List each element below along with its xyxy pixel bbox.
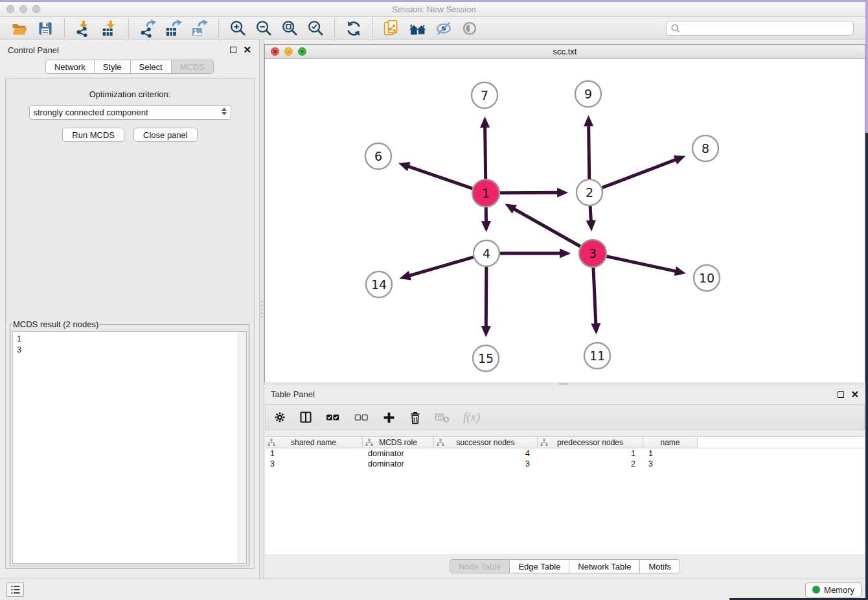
mcds-result-box: MCDS result (2 nodes) 1 3 <box>10 319 249 566</box>
graph-edge-4-14[interactable] <box>409 257 474 276</box>
graph-node-1[interactable]: 1 <box>472 179 499 207</box>
save-session-icon[interactable] <box>34 19 56 38</box>
show-all-icon[interactable] <box>459 19 481 38</box>
graph-node-9[interactable]: 9 <box>575 81 601 107</box>
tab-mcds[interactable]: MCDS <box>172 60 214 74</box>
network-maximize-button[interactable]: + <box>298 47 306 56</box>
column-header-successor-nodes[interactable]: successor nodes <box>434 437 538 448</box>
tree-icon <box>365 439 373 446</box>
table-options-icon[interactable] <box>273 411 286 424</box>
graph-node-3[interactable]: 3 <box>579 240 606 267</box>
zoom-fit-icon[interactable] <box>279 19 301 38</box>
zoom-out-icon[interactable] <box>253 19 275 38</box>
network-close-button[interactable]: ✕ <box>271 47 279 56</box>
graph-node-label: 1 <box>482 186 490 200</box>
graph-edge-3-1[interactable] <box>514 209 580 247</box>
splitter-grip[interactable] <box>260 301 263 317</box>
graph-node-15[interactable]: 15 <box>473 345 499 371</box>
graph-node-8[interactable]: 8 <box>692 135 718 161</box>
table-cell[interactable]: 1 <box>538 448 643 459</box>
function-builder-icon[interactable]: f(x) <box>463 410 480 424</box>
graph-node-2[interactable]: 2 <box>577 179 602 205</box>
export-network-icon[interactable] <box>137 19 159 38</box>
search-input[interactable] <box>681 23 849 34</box>
search-icon <box>670 23 681 34</box>
delete-columns-icon[interactable] <box>409 411 422 424</box>
close-panel-icon[interactable]: ✕ <box>243 47 251 53</box>
column-header-name[interactable]: name <box>643 437 698 448</box>
graph-node-10[interactable]: 10 <box>694 265 720 291</box>
column-header-MCDS-role[interactable]: MCDS role <box>363 437 434 448</box>
unselect-all-columns-icon[interactable] <box>354 411 369 424</box>
splitter-grip[interactable] <box>559 383 568 385</box>
tab-edge-table[interactable]: Edge Table <box>510 559 569 573</box>
task-history-button[interactable] <box>6 583 24 597</box>
graph-edge-3-10[interactable] <box>607 257 676 271</box>
delete-table-icon[interactable] <box>435 411 450 424</box>
network-window-titlebar[interactable]: ✕ − + scc.txt <box>265 45 865 59</box>
run-mcds-button[interactable]: Run MCDS <box>62 128 124 142</box>
zoom-selected-icon[interactable] <box>304 19 326 38</box>
table-cell[interactable]: dominator <box>363 448 434 459</box>
graph-edge-1-7[interactable] <box>485 127 486 179</box>
new-network-from-selection-icon[interactable] <box>381 19 403 38</box>
table-row[interactable]: 3dominator323 <box>265 459 865 469</box>
table-cell[interactable]: 4 <box>434 448 538 459</box>
vertical-splitter[interactable] <box>259 40 264 579</box>
column-header-predecessor-nodes[interactable]: predecessor nodes <box>538 437 643 448</box>
graph-node-6[interactable]: 6 <box>365 143 391 169</box>
criterion-dropdown[interactable]: strongly connected component <box>29 105 231 120</box>
tab-motifs[interactable]: Motifs <box>640 559 680 573</box>
column-header-shared-name[interactable]: shared name <box>265 437 363 448</box>
table-cell[interactable]: dominator <box>363 459 434 469</box>
network-canvas[interactable]: 7968124314101511 <box>265 59 865 382</box>
graph-edge-1-2[interactable] <box>500 192 558 193</box>
tab-select[interactable]: Select <box>131 60 172 74</box>
table-cell[interactable]: 1 <box>265 448 363 459</box>
open-session-icon[interactable] <box>8 19 30 38</box>
refresh-icon[interactable] <box>343 19 365 38</box>
search-box[interactable] <box>666 21 854 36</box>
zoom-in-icon[interactable] <box>227 19 249 38</box>
close-panel-button[interactable]: Close panel <box>133 128 198 142</box>
table-cell[interactable]: 3 <box>434 459 538 469</box>
graph-node-11[interactable]: 11 <box>584 343 610 369</box>
graph-edge-3-11[interactable] <box>593 268 596 324</box>
mcds-result-list[interactable]: 1 3 <box>12 331 247 564</box>
graph-node-4[interactable]: 4 <box>474 240 499 266</box>
tab-style[interactable]: Style <box>95 60 131 74</box>
graph-edge-2-8[interactable] <box>602 159 676 187</box>
network-minimize-button[interactable]: − <box>284 47 293 56</box>
table-cell[interactable]: 3 <box>265 459 363 469</box>
tab-network-table[interactable]: Network Table <box>569 559 640 573</box>
import-table-icon[interactable] <box>98 19 120 38</box>
add-column-icon[interactable] <box>382 411 396 424</box>
table-panel-title: Table Panel <box>271 389 315 399</box>
graph-node-label: 8 <box>702 141 709 156</box>
table-cell[interactable]: 3 <box>643 459 698 469</box>
export-image-icon[interactable] <box>188 19 211 38</box>
graph-edge-2-9[interactable] <box>589 126 589 179</box>
import-network-icon[interactable] <box>73 19 95 38</box>
table-cell[interactable]: 2 <box>538 459 643 469</box>
float-panel-icon[interactable] <box>230 47 236 53</box>
float-panel-icon[interactable] <box>838 391 844 398</box>
graph-edge-1-6[interactable] <box>408 167 472 189</box>
select-all-columns-icon[interactable] <box>325 411 341 424</box>
result-scrollbar[interactable] <box>238 332 246 563</box>
graph-node-7[interactable]: 7 <box>472 82 497 108</box>
graph-node-14[interactable]: 14 <box>366 271 392 297</box>
hide-selected-icon[interactable] <box>433 19 455 38</box>
memory-button[interactable]: Memory <box>805 583 862 597</box>
table-cell[interactable]: 1 <box>643 448 698 459</box>
graph-edge-2-3[interactable] <box>590 206 591 221</box>
graph-edge-4-15[interactable] <box>486 267 486 327</box>
show-columns-icon[interactable] <box>299 411 312 424</box>
table-row[interactable]: 1dominator411 <box>265 448 865 459</box>
home-icon[interactable] <box>407 19 429 38</box>
export-table-icon[interactable] <box>163 19 185 38</box>
tab-node-table[interactable]: Node Table <box>450 559 510 573</box>
tab-network[interactable]: Network <box>45 60 95 74</box>
table-header-row: shared nameMCDS rolesuccessor nodesprede… <box>265 437 865 448</box>
close-panel-icon[interactable]: ✕ <box>851 391 859 398</box>
